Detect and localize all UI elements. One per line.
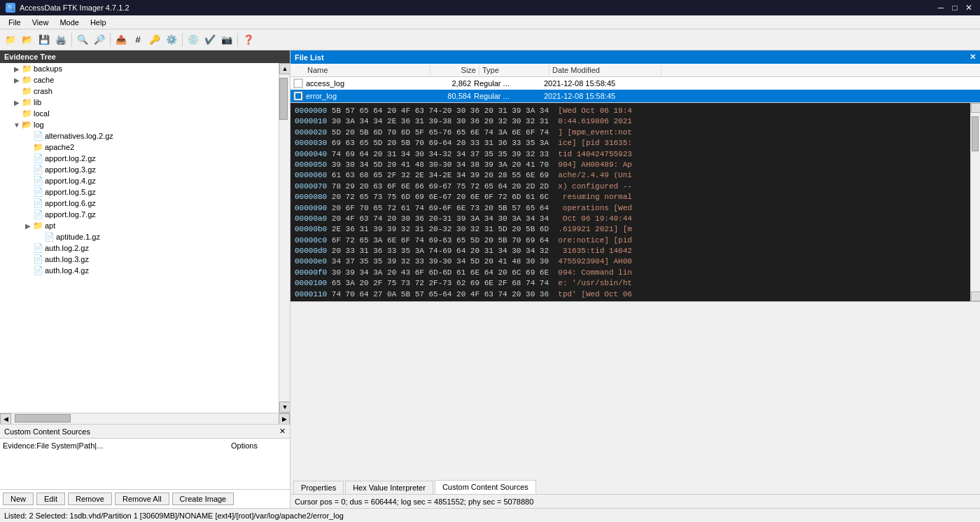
tree-node-log[interactable]: ▼ 📂 log — [0, 119, 279, 130]
file-icon: 📄 — [43, 232, 55, 242]
minimize-button[interactable]: ─ — [935, 3, 946, 13]
evidence-tree: Evidence Tree ▶ 📁 backups ▶ 📁 cac — [0, 50, 290, 424]
expand-icon[interactable]: ▶ — [13, 76, 21, 84]
tree-scroll-content[interactable]: ▶ 📁 backups ▶ 📁 cache 📁 crash — [0, 63, 279, 413]
expand-icon[interactable]: ▶ — [13, 99, 21, 107]
custom-sources-close[interactable]: ✕ — [279, 427, 286, 436]
tree-node-backups[interactable]: ▶ 📁 backups — [0, 63, 279, 74]
tab-properties[interactable]: Properties — [293, 481, 344, 494]
tb-decrypt[interactable]: 🔑 — [147, 32, 162, 48]
file-size-error: 80,584 — [425, 92, 474, 100]
tb-print[interactable]: 🖨️ — [53, 32, 69, 48]
scroll-thumb[interactable] — [279, 78, 288, 120]
tree-node-aptitude[interactable]: 📄 aptitude.1.gz — [0, 231, 279, 242]
tree-vscrollbar[interactable]: ▲ ▼ — [279, 63, 290, 413]
expand-icon[interactable]: ▼ — [13, 121, 21, 129]
main-area: Evidence Tree ▶ 📁 backups ▶ 📁 cac — [0, 50, 980, 508]
tab-custom-sources[interactable]: Custom Content Sources — [435, 480, 536, 494]
tree-node-cache[interactable]: ▶ 📁 cache — [0, 74, 279, 85]
custom-sources-buttons: New Edit Remove Remove All Create Image — [0, 489, 290, 508]
folder-icon: 📁 — [21, 64, 32, 74]
hex-scroll-thumb[interactable] — [972, 116, 979, 151]
hex-vscrollbar[interactable]: ▲ ▼ — [970, 103, 980, 301]
tree-label: auth.log.3.gz — [45, 255, 89, 263]
remove-button[interactable]: Remove — [68, 493, 112, 505]
scroll-down-btn[interactable]: ▼ — [279, 401, 290, 413]
tb-about[interactable]: ❓ — [241, 32, 256, 48]
expand-icon[interactable]: ▶ — [13, 65, 21, 73]
titlebar: 🔍 AccessData FTK Imager 4.7.1.2 ─ □ ✕ — [0, 0, 980, 15]
folder-icon: 📁 — [32, 142, 43, 152]
file-icon: 📄 — [32, 187, 43, 197]
tree-node-apport4[interactable]: 📄 apport.log.4.gz — [0, 175, 279, 186]
tree-node-apport6[interactable]: 📄 apport.log.6.gz — [0, 198, 279, 209]
tb-options[interactable]: ⚙️ — [164, 32, 179, 48]
hex-line: 0000090 20 6F 70 65 72 61 74 69-6F 6E 73… — [295, 203, 976, 214]
tree-node-apache2[interactable]: 📁 apache2 — [0, 142, 279, 153]
menu-file[interactable]: File — [3, 17, 27, 28]
tb-find[interactable]: 🔍 — [75, 32, 90, 48]
tree-node-crash[interactable]: 📁 crash — [0, 85, 279, 97]
tree-node-local[interactable]: 📁 local — [0, 108, 279, 119]
tree-node-apport3[interactable]: 📄 apport.log.3.gz — [0, 164, 279, 175]
tree-node-lib[interactable]: ▶ 📁 lib — [0, 97, 279, 108]
expand-icon[interactable]: ▶ — [24, 222, 32, 230]
menu-mode[interactable]: Mode — [54, 17, 85, 28]
hex-line: 00000e0 34 37 35 35 39 32 33 39-30 34 5D… — [295, 256, 976, 267]
file-list-title: File List — [295, 53, 324, 62]
maximize-button[interactable]: □ — [949, 3, 960, 13]
edit-button[interactable]: Edit — [36, 493, 65, 505]
file-date-access: 2021-12-08 15:58:45 — [544, 79, 656, 88]
tb-remove-evidence[interactable]: 📂 — [20, 32, 35, 48]
tree-node-apport2[interactable]: 📄 apport.log.2.gz — [0, 153, 279, 164]
tree-node-auth4[interactable]: 📄 auth.log.4.gz — [0, 265, 279, 276]
hex-viewer[interactable]: 0000000 5B 57 65 64 20 4F 63 74-20 30 36… — [290, 103, 980, 301]
file-icon: 📄 — [32, 153, 43, 163]
tb-capture[interactable]: 📷 — [219, 32, 234, 48]
tb-save[interactable]: 💾 — [36, 32, 52, 48]
tree-label: apt — [45, 221, 55, 230]
tree-label: crash — [34, 87, 52, 95]
folder-icon: 📁 — [21, 109, 32, 118]
create-image-button[interactable]: Create Image — [172, 493, 234, 505]
svg-rect-0 — [294, 79, 302, 88]
hex-line: 0000080 20 72 65 73 75 6D 69 6E-67 20 6E… — [295, 192, 976, 202]
tb-find-next[interactable]: 🔎 — [92, 32, 107, 48]
menu-view[interactable]: View — [27, 17, 55, 28]
scroll-up-btn[interactable]: ▲ — [279, 63, 290, 74]
tb-add-evidence[interactable]: 📁 — [3, 32, 18, 48]
hex-line: 00000b0 2E 36 31 39 39 32 31 20-32 30 32… — [295, 224, 976, 235]
tree-label: alternatives.log.2.gz — [45, 132, 113, 140]
toolbar: 📁 📂 💾 🖨️ 🔍 🔎 📤 # 🔑 ⚙️ 💿 ✔️ 📷 ❓ — [0, 29, 980, 50]
tree-node-auth3[interactable]: 📄 auth.log.3.gz — [0, 254, 279, 265]
tb-image[interactable]: 💿 — [186, 32, 201, 48]
tree-node-alternatives[interactable]: 📄 alternatives.log.2.gz — [0, 130, 279, 142]
file-row-access-log[interactable]: access_log 2,862 Regular ... 2021-12-08 … — [290, 77, 980, 90]
tree-node-auth2[interactable]: 📄 auth.log.2.gz — [0, 242, 279, 254]
tb-verify[interactable]: ✔️ — [202, 32, 218, 48]
new-button[interactable]: New — [3, 493, 34, 505]
tb-hash[interactable]: # — [130, 32, 146, 48]
tb-export[interactable]: 📤 — [113, 32, 129, 48]
hex-scroll-down[interactable]: ▼ — [971, 291, 980, 301]
hex-line: 0000060 61 63 68 65 2F 32 2E 34-2E 34 39… — [295, 170, 976, 181]
toolbar-sep-1 — [71, 33, 72, 47]
folder-icon: 📁 — [32, 221, 43, 231]
hscroll-thumb[interactable] — [15, 414, 71, 423]
tree-node-apport7[interactable]: 📄 apport.log.7.gz — [0, 209, 279, 220]
hex-line: 0000070 78 29 20 63 6F 6E 66 69-67 75 72… — [295, 181, 976, 192]
close-button[interactable]: ✕ — [963, 3, 974, 13]
file-row-error-log[interactable]: error_log 80,584 Regular ... 2021-12-08 … — [290, 90, 980, 102]
file-list-close[interactable]: ✕ — [969, 53, 976, 62]
tree-node-apport5[interactable]: 📄 apport.log.5.gz — [0, 186, 279, 198]
custom-sources-header: Custom Content Sources ✕ — [0, 425, 290, 439]
hscroll-left-btn[interactable]: ◀ — [0, 413, 11, 424]
hscroll-right-btn[interactable]: ▶ — [279, 413, 290, 424]
menu-help[interactable]: Help — [85, 17, 112, 28]
remove-all-button[interactable]: Remove All — [115, 493, 169, 505]
tree-node-apt[interactable]: ▶ 📁 apt — [0, 220, 279, 231]
cursor-status-text: Cursor pos = 0; dus = 606444; log sec = … — [295, 497, 533, 506]
titlebar-controls[interactable]: ─ □ ✕ — [935, 3, 974, 13]
tab-hex-interpreter[interactable]: Hex Value Interpreter — [345, 481, 433, 494]
hex-scroll-up[interactable]: ▲ — [971, 103, 980, 113]
